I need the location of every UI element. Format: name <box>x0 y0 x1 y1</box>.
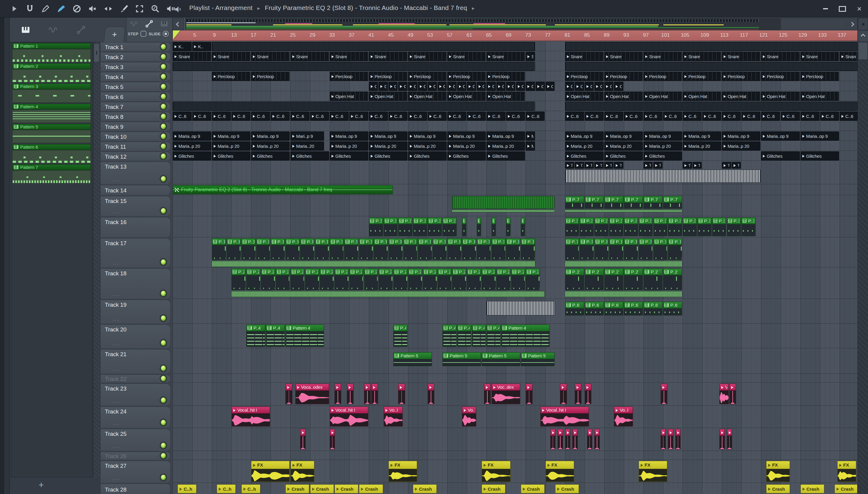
audio-clip[interactable]: ▶Maria..op 9 <box>644 132 682 140</box>
pattern-clip[interactable]: P..1 <box>579 238 594 260</box>
track-name[interactable]: Track 20 <box>105 326 126 333</box>
pattern-clip[interactable]: P..1 <box>433 238 447 260</box>
track-resize-dots[interactable]: ... <box>113 443 120 449</box>
track-lane[interactable] <box>173 406 857 428</box>
pattern-item[interactable]: Pattern 1 <box>12 43 91 62</box>
track-name[interactable]: Track 23 <box>105 385 126 392</box>
vocal-clip[interactable]: ▶Vo..I <box>614 406 633 426</box>
pattern-clip[interactable]: P..2 <box>496 268 511 290</box>
pattern-item[interactable]: Pattern 2 <box>12 63 91 83</box>
audio-clip[interactable]: ▶Maria..p 20 <box>722 141 761 151</box>
audio-clip[interactable]: ▶Glitches <box>604 151 643 160</box>
audio-clip[interactable]: ▶T.. <box>653 162 663 169</box>
audio-clip[interactable]: ▶Maria..20 <box>291 141 324 151</box>
audio-clip[interactable]: ▶Maria..p 20 <box>369 141 408 151</box>
pattern-clip[interactable]: P..1 <box>389 238 403 260</box>
link-icon[interactable] <box>76 25 86 35</box>
pattern-clip[interactable]: P..3 <box>579 217 594 236</box>
audio-clip[interactable]: ▶Percloop <box>330 72 368 81</box>
track-resize-dots[interactable]: ... <box>113 366 120 372</box>
track-name[interactable]: Track 2 <box>105 54 123 61</box>
vocal-hit-clip[interactable]: ▶ <box>347 384 354 404</box>
audio-clip[interactable]: ▶O.. <box>614 82 623 91</box>
pattern-clip[interactable]: P..1 <box>271 238 285 260</box>
maximize-button[interactable] <box>838 4 847 13</box>
audio-clip[interactable]: ▶Snare <box>840 52 857 61</box>
note-strip[interactable] <box>212 261 535 267</box>
pattern-clip[interactable]: P..3 <box>384 217 398 236</box>
audio-clip[interactable]: ▶Percloop <box>722 72 761 81</box>
audio-clip[interactable]: ▶Snare <box>408 52 447 61</box>
track-header[interactable]: Track 7 <box>100 102 171 111</box>
audio-clip[interactable]: ▶Maria..p 20 <box>408 141 447 151</box>
audio-clip[interactable]: ▶T.. <box>693 162 702 169</box>
track-header[interactable]: Track 28 <box>100 484 171 494</box>
fx-clip[interactable]: ▶FX <box>291 461 314 482</box>
timeline-ruler[interactable]: 5913172125293337414549535761656973778185… <box>173 31 857 41</box>
pattern-clip[interactable]: Pattern 4 <box>285 324 324 347</box>
pattern-clip[interactable]: P..2 <box>511 268 525 290</box>
audio-clip[interactable]: ▶Percloop <box>761 72 800 81</box>
track-name[interactable]: Track 5 <box>105 84 123 91</box>
audio-clip[interactable]: ▶Percloop <box>408 72 447 81</box>
pattern-clip[interactable]: P..1 <box>418 238 432 260</box>
pattern-clip[interactable]: P..2 <box>291 268 305 290</box>
track-header[interactable]: Track 25... <box>100 429 171 451</box>
audio-clip[interactable]: ▶Maria..p 20 <box>447 141 486 151</box>
pattern-clip[interactable]: P..7 <box>604 196 623 209</box>
track-name[interactable]: Track 21 <box>105 351 126 358</box>
scroll-right-button[interactable] <box>846 18 857 30</box>
vocal-hit-clip[interactable]: ▶ <box>560 384 567 404</box>
vocal-hit-clip[interactable]: ▶ <box>371 384 378 404</box>
audio-clip[interactable]: ▶Snare <box>173 52 211 61</box>
audio-clip[interactable]: ▶Percloop <box>604 72 643 81</box>
mute-led[interactable] <box>160 93 167 100</box>
track-name[interactable]: Track 10 <box>105 134 126 140</box>
audio-clip[interactable]: ▶M.. <box>526 141 535 151</box>
audio-clip[interactable]: ▶O.. <box>378 82 388 91</box>
audio-clip[interactable]: ▶Glitches <box>644 151 682 160</box>
audio-clip[interactable]: ▶O.. <box>526 82 535 91</box>
audio-clip[interactable]: ▶Glitches <box>212 151 251 160</box>
playhead-marker[interactable] <box>173 31 180 39</box>
vocal-hit-clip[interactable]: ▶ <box>668 429 673 449</box>
track-header[interactable]: Track 4 <box>100 72 171 81</box>
audio-clip[interactable]: ▶C..6 <box>291 112 310 121</box>
vocal-hit-clip[interactable]: ▶ <box>398 384 405 404</box>
vocal-clip[interactable]: ▶Vo..I <box>462 406 476 426</box>
audio-clip[interactable]: ▶T.. <box>732 162 741 169</box>
crash-clip[interactable]: ▶C..h <box>217 484 236 493</box>
note-strip[interactable] <box>565 261 682 267</box>
pattern-clip[interactable]: P..1 <box>359 238 373 260</box>
track-header[interactable]: Track 9 <box>100 122 171 131</box>
mute-led[interactable] <box>160 442 167 449</box>
pattern-clip[interactable]: Pattern 4 <box>501 324 550 347</box>
audio-clip[interactable]: ▶Snare <box>330 52 368 61</box>
wavec-icon[interactable] <box>130 19 139 28</box>
pattern-clip[interactable]: P..2 <box>276 268 290 290</box>
pattern-clip[interactable]: P..1 <box>653 238 668 260</box>
audio-clip[interactable]: ▶T..M <box>604 162 614 169</box>
song-overview[interactable] <box>185 18 845 30</box>
track-lane[interactable] <box>173 483 857 494</box>
pattern-clip[interactable]: P..1 <box>609 238 623 260</box>
audio-clip[interactable]: ▶C..6 <box>408 112 427 121</box>
paint-brush-icon[interactable] <box>56 3 67 15</box>
audio-clip[interactable]: ▶C..6 <box>801 112 820 121</box>
note-strip[interactable] <box>565 291 682 297</box>
audio-clip[interactable]: ▶Maria..op 9 <box>761 132 800 140</box>
track-header[interactable]: Track 16 <box>100 217 171 238</box>
crash-clip[interactable]: ▶Crash <box>481 484 506 493</box>
audio-clip[interactable]: ▶C..6 <box>663 112 682 121</box>
vocal-clip[interactable]: ▶Vo..I <box>384 406 403 426</box>
track-name[interactable]: Track 3 <box>105 64 123 71</box>
pattern-clip[interactable]: P..1 <box>212 238 226 260</box>
audio-clip[interactable]: ▶T.. <box>594 162 604 169</box>
audio-clip[interactable]: ▶Percloop <box>644 72 682 81</box>
track-lane[interactable] <box>173 374 857 383</box>
crash-clip[interactable]: ▶C..h <box>178 484 197 493</box>
audio-clip[interactable]: ▶K.. <box>192 42 211 51</box>
slice-icon[interactable] <box>118 3 130 15</box>
speaker-icon[interactable] <box>172 4 184 15</box>
pattern-clip[interactable]: P..7 <box>644 196 663 209</box>
